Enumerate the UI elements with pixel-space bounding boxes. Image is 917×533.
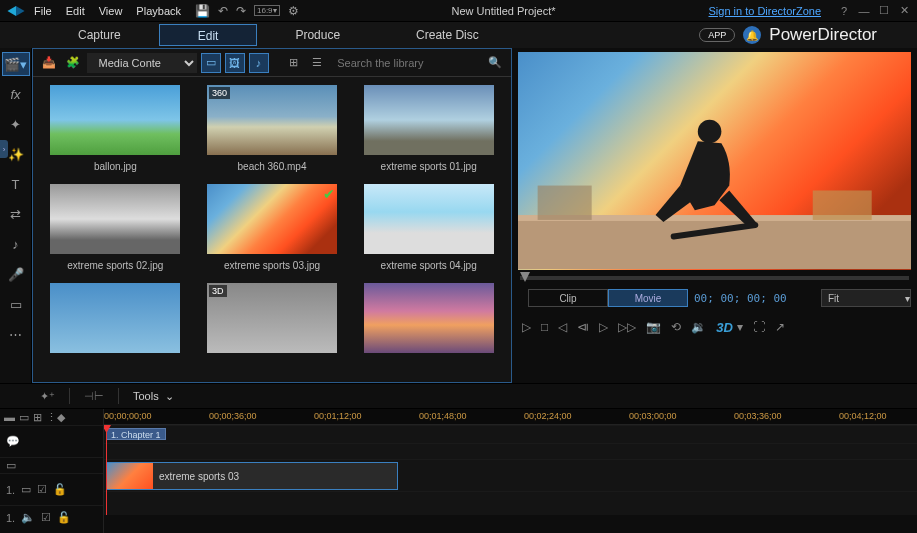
media-item[interactable]: extreme sports 04.jpg — [354, 184, 503, 277]
track1-lock-icon[interactable]: 🔓 — [53, 483, 67, 496]
play-icon[interactable]: ▷ — [522, 320, 531, 334]
step-fwd-icon[interactable]: ▷ — [599, 320, 608, 334]
media-label: extreme sports 02.jpg — [67, 258, 163, 277]
timeline-tracks: 00;00;00;0000;00;36;0000;01;12;0000;01;4… — [104, 409, 917, 533]
tab-movie[interactable]: Movie — [608, 289, 688, 307]
close-icon[interactable]: ✕ — [897, 4, 911, 18]
mode-create-disc[interactable]: Create Disc — [378, 24, 517, 46]
filter-video-icon[interactable]: ▭ — [201, 53, 221, 73]
filter-audio-icon[interactable]: ♪ — [249, 53, 269, 73]
quality-icon[interactable]: ⛶ — [753, 320, 765, 334]
aspect-icon[interactable]: 16:9▾ — [254, 5, 280, 16]
snapshot-icon[interactable]: 📷 — [646, 320, 661, 334]
undo-icon[interactable]: ↶ — [218, 4, 228, 18]
menu-file[interactable]: File — [34, 5, 52, 17]
media-item[interactable]: ✔extreme sports 03.jpg — [198, 184, 347, 277]
content-type-select[interactable]: Media Content — [87, 53, 197, 73]
fx-room-icon[interactable]: fx — [2, 82, 30, 106]
plugin-icon[interactable]: 🧩 — [63, 53, 83, 73]
timeline-ruler[interactable]: 00;00;00;0000;00;36;0000;01;12;0000;01;4… — [104, 409, 917, 425]
mode-produce[interactable]: Produce — [257, 24, 378, 46]
tl-markers-icon[interactable]: ⋮◆ — [46, 411, 65, 424]
library-toolbar: 📥 🧩 Media Content ▭ 🖼 ♪ ⊞ ☰ 🔍 — [33, 49, 511, 77]
notifications-icon[interactable]: 🔔 — [743, 26, 761, 44]
tools-menu[interactable]: Tools ⌄ — [133, 390, 174, 403]
transition-room-icon[interactable]: ⇄ — [2, 202, 30, 226]
menu-edit[interactable]: Edit — [66, 5, 85, 17]
marker-track[interactable] — [104, 443, 917, 459]
track2-lock-icon[interactable]: 🔓 — [57, 511, 71, 524]
brand-name: PowerDirector — [769, 25, 877, 45]
3d-icon[interactable]: 3D — [716, 320, 733, 335]
preview-scrubber[interactable] — [520, 276, 909, 280]
track2-audio-icon[interactable]: 🔈 — [21, 511, 35, 524]
chapter-room-icon[interactable]: ▭ — [2, 292, 30, 316]
media-item[interactable]: extreme sports 02.jpg — [41, 184, 190, 277]
maximize-icon[interactable]: ☐ — [877, 4, 891, 18]
settings-icon[interactable]: ⚙ — [288, 4, 299, 18]
signin-link[interactable]: Sign in to DirectorZone — [709, 5, 822, 17]
media-room-icon[interactable]: 🎬▾ — [2, 52, 30, 76]
prev-frame-icon[interactable]: ◁ — [558, 320, 567, 334]
view-detail-icon[interactable]: ☰ — [307, 53, 327, 73]
media-item[interactable]: 3D — [198, 283, 347, 365]
tl-view2-icon[interactable]: ▭ — [19, 411, 29, 424]
volume-icon[interactable]: 🔉 — [691, 320, 706, 334]
save-icon[interactable]: 💾 — [195, 4, 210, 18]
media-label: beach 360.mp4 — [238, 159, 307, 178]
subtitle-room-icon[interactable]: ⋯ — [2, 322, 30, 346]
mode-edit[interactable]: Edit — [159, 24, 258, 46]
help-icon[interactable]: ? — [837, 4, 851, 18]
media-item[interactable] — [41, 283, 190, 365]
minimize-icon[interactable]: — — [857, 4, 871, 18]
timeline-playhead[interactable] — [106, 425, 107, 515]
step-back-icon[interactable]: ⧏ — [577, 320, 589, 334]
redo-icon[interactable]: ↷ — [236, 4, 246, 18]
chapter-marker[interactable]: 1. Chapter 1 — [106, 428, 166, 440]
track1-visible-icon[interactable]: ☑ — [37, 483, 47, 496]
ruler-tick: 00;01;48;00 — [419, 411, 467, 421]
timeline-clip[interactable]: extreme sports 03 — [106, 462, 398, 490]
tl-view1-icon[interactable]: ▬ — [4, 411, 15, 423]
track2-visible-icon[interactable]: ☑ — [41, 511, 51, 524]
fast-fwd-icon[interactable]: ▷▷ — [618, 320, 636, 334]
track1-video-icon[interactable]: ▭ — [21, 483, 31, 496]
tab-clip[interactable]: Clip — [528, 289, 608, 307]
title-room-icon[interactable]: T — [2, 172, 30, 196]
split-icon[interactable]: ⊣⊢ — [84, 390, 104, 403]
stop-icon[interactable]: □ — [541, 320, 548, 334]
voiceover-icon[interactable]: 🎤 — [2, 262, 30, 286]
mode-capture[interactable]: Capture — [40, 24, 159, 46]
scrubber-marker[interactable] — [520, 272, 530, 282]
chapter-track-icon[interactable]: 💬 — [6, 435, 20, 448]
audio-mixing-icon[interactable]: ♪ — [2, 232, 30, 256]
media-item[interactable]: ballon.jpg — [41, 85, 190, 178]
marker-track-icon[interactable]: ▭ — [6, 459, 16, 472]
tl-add-track-icon[interactable]: ⊞ — [33, 411, 42, 424]
preview-panel: Clip Movie 00; 00; 00; 00 Fit▾ ▷ □ ◁ ⧏ ▷… — [512, 48, 917, 383]
svg-rect-0 — [518, 220, 911, 269]
chapter-track[interactable]: 1. Chapter 1 — [104, 425, 917, 443]
search-icon[interactable]: 🔍 — [485, 53, 505, 73]
audio-track-1[interactable] — [104, 491, 917, 515]
media-badge: 360 — [209, 87, 230, 99]
view-grid-icon[interactable]: ⊞ — [284, 53, 304, 73]
ruler-tick: 00;03;00;00 — [629, 411, 677, 421]
media-item[interactable] — [354, 283, 503, 365]
loop-icon[interactable]: ⟲ — [671, 320, 681, 334]
dock-icon[interactable]: ↗ — [775, 320, 785, 334]
search-input[interactable] — [331, 55, 481, 71]
filter-image-icon[interactable]: 🖼 — [225, 53, 245, 73]
menu-view[interactable]: View — [99, 5, 123, 17]
magic-tool-icon[interactable]: ✦⁺ — [40, 390, 55, 403]
media-item[interactable]: extreme sports 01.jpg — [354, 85, 503, 178]
media-item[interactable]: 360beach 360.mp4 — [198, 85, 347, 178]
sidebar-expand-icon[interactable]: › — [0, 140, 8, 158]
pip-room-icon[interactable]: ✦ — [2, 112, 30, 136]
ruler-tick: 00;00;00;00 — [104, 411, 152, 421]
app-badge[interactable]: APP — [699, 28, 735, 42]
menu-playback[interactable]: Playback — [136, 5, 181, 17]
import-icon[interactable]: 📥 — [39, 53, 59, 73]
video-track-1[interactable]: extreme sports 03 — [104, 459, 917, 491]
zoom-fit-select[interactable]: Fit▾ — [821, 289, 911, 307]
